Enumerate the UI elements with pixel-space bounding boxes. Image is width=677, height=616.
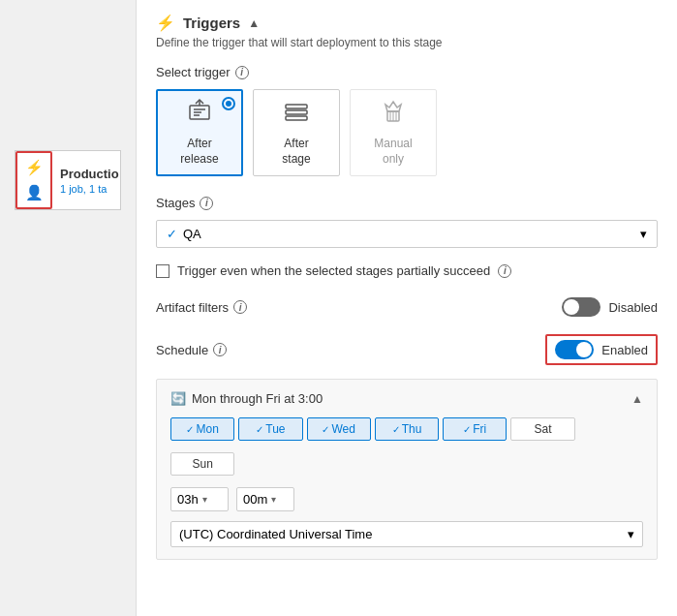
timezone-select[interactable]: (UTC) Coordinated Universal Time ▾ <box>170 521 643 547</box>
artifact-filters-toggle-container: Disabled <box>562 297 658 317</box>
svg-rect-6 <box>286 110 307 114</box>
after-stage-icon <box>283 98 310 131</box>
after-stage-label: Afterstage <box>282 137 310 167</box>
day-btn-wed[interactable]: Wed <box>307 417 371 441</box>
schedule-status: Enabled <box>601 343 648 357</box>
svg-rect-7 <box>286 116 307 120</box>
stages-dropdown-left: ✓ QA <box>167 227 201 241</box>
collapse-icon[interactable]: ▲ <box>248 16 260 30</box>
left-panel: ⚡ 👤 Productio 1 job, 1 ta <box>0 0 136 616</box>
day-btn-fri[interactable]: Fri <box>443 417 507 441</box>
panel-title: Triggers <box>183 15 240 31</box>
hour-select[interactable]: 03h ▾ <box>170 487 229 511</box>
lightning-icon: ⚡ <box>23 157 45 178</box>
trigger-radio-inner <box>226 101 231 107</box>
stage-content: Productio 1 job, 1 ta <box>52 161 127 200</box>
schedule-refresh-icon: 🔄 <box>170 391 186 406</box>
trigger-cards: Afterrelease Afterstage <box>156 89 658 176</box>
minute-arrow-icon: ▾ <box>271 494 276 505</box>
partial-success-checkbox[interactable] <box>156 264 169 278</box>
schedule-expand-icon[interactable]: ▲ <box>631 392 643 406</box>
stage-name: Productio <box>60 167 119 181</box>
schedule-toggle-row: Schedule i Enabled <box>156 334 658 365</box>
day-btn-tue[interactable]: Tue <box>238 417 302 441</box>
timezone-arrow-icon: ▾ <box>628 527 634 541</box>
select-trigger-info-icon[interactable]: i <box>235 66 249 79</box>
artifact-filters-toggle-knob <box>564 299 579 315</box>
schedule-toggle-container: Enabled <box>545 334 658 365</box>
artifact-filters-info-icon[interactable]: i <box>233 300 247 314</box>
stage-meta: 1 job, 1 ta <box>60 183 119 195</box>
schedule-toggle[interactable] <box>555 340 594 359</box>
day-grid-row2: Sun <box>170 452 643 476</box>
timezone-value: (UTC) Coordinated Universal Time <box>179 527 372 541</box>
panel-header: ⚡ Triggers ▲ <box>156 14 658 32</box>
stages-section: Stages i ✓ QA ▾ <box>156 196 658 248</box>
day-btn-empty <box>579 417 643 441</box>
schedule-info-icon[interactable]: i <box>213 343 227 356</box>
artifact-filters-row: Artifact filters i Disabled <box>156 297 658 317</box>
checkbox-info-icon[interactable]: i <box>498 264 511 278</box>
minute-select[interactable]: 00m ▾ <box>236 487 294 511</box>
svg-rect-5 <box>286 105 307 108</box>
schedule-label: Schedule i <box>156 343 227 357</box>
day-grid-row1: Mon Tue Wed Thu Fri Sat <box>170 417 643 441</box>
hour-arrow-icon: ▾ <box>202 494 207 505</box>
day-btn-thu[interactable]: Thu <box>375 417 439 441</box>
stages-chevron-icon: ▾ <box>640 227 647 241</box>
day-btn-sun[interactable]: Sun <box>170 452 234 476</box>
panel-subtitle: Define the trigger that will start deplo… <box>156 36 658 49</box>
day-btn-mon[interactable]: Mon <box>170 417 234 441</box>
trigger-card-manual-only[interactable]: Manualonly <box>350 89 437 176</box>
after-release-label: Afterrelease <box>180 137 218 167</box>
stages-info-icon[interactable]: i <box>200 197 213 210</box>
time-row: 03h ▾ 00m ▾ <box>170 487 643 511</box>
stages-check-icon: ✓ <box>167 227 177 241</box>
schedule-summary: 🔄 Mon through Fri at 3:00 ▲ <box>170 391 643 406</box>
stages-value: QA <box>183 227 201 241</box>
artifact-filters-toggle[interactable] <box>562 297 600 317</box>
person-icon: 👤 <box>23 182 45 203</box>
stage-icons: ⚡ 👤 <box>15 151 52 209</box>
schedule-toggle-knob <box>576 342 592 357</box>
manual-only-label: Manualonly <box>374 137 412 167</box>
select-trigger-label: Select trigger i <box>156 65 658 79</box>
checkbox-row[interactable]: Trigger even when the selected stages pa… <box>156 263 658 278</box>
manual-only-icon <box>380 98 407 131</box>
artifact-filters-label: Artifact filters i <box>156 300 247 315</box>
right-panel: ⚡ Triggers ▲ Define the trigger that wil… <box>136 0 677 616</box>
artifact-filters-status: Disabled <box>608 300 658 315</box>
trigger-radio-after-release <box>222 97 235 110</box>
stages-label: Stages i <box>156 196 658 210</box>
triggers-icon: ⚡ <box>156 14 175 32</box>
after-release-icon <box>186 98 213 131</box>
day-btn-sat[interactable]: Sat <box>510 417 574 441</box>
checkbox-label: Trigger even when the selected stages pa… <box>177 263 490 278</box>
trigger-card-after-release[interactable]: Afterrelease <box>156 89 243 176</box>
trigger-card-after-stage[interactable]: Afterstage <box>253 89 340 176</box>
stage-box[interactable]: ⚡ 👤 Productio 1 job, 1 ta <box>15 150 121 210</box>
stages-dropdown[interactable]: ✓ QA ▾ <box>156 220 658 248</box>
schedule-info: 🔄 Mon through Fri at 3:00 ▲ Mon Tue Wed … <box>156 379 658 560</box>
